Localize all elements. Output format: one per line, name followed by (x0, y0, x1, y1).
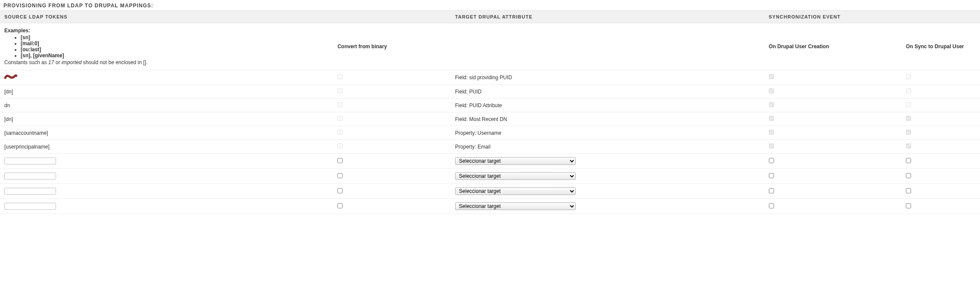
convert-binary-checkbox (337, 88, 343, 93)
table-row: [dn]Field: Most Recent DN (0, 112, 980, 126)
convert-binary-checkbox[interactable] (337, 158, 343, 163)
target-attribute-text: Field: Most Recent DN (451, 112, 765, 126)
header-target: TARGET DRUPAL ATTRIBUTE (451, 11, 765, 23)
target-attribute-text: Field: PUID Attribute (451, 99, 765, 112)
on-sync-checkbox (906, 143, 911, 149)
source-token-input[interactable] (4, 203, 56, 210)
table-row: [dn]Field: PUID (0, 85, 980, 99)
examples-title: Examples: (4, 28, 329, 34)
on-sync-checkbox (906, 116, 911, 121)
example-item: [sn], [givenName] (21, 53, 329, 59)
convert-binary-checkbox (337, 74, 343, 79)
table-row: [userprincipalname]Property: Email (0, 140, 980, 154)
header-binary-spacer (333, 11, 451, 23)
subheader-on-creation: On Drupal User Creation (765, 23, 902, 70)
section-title: PROVISIONING FROM LDAP TO DRUPAL MAPPING… (0, 0, 980, 10)
example-item: [mail:0] (21, 40, 329, 46)
table-row: Seleccionar target (0, 154, 980, 169)
table-row: dnField: PUID Attribute (0, 99, 980, 112)
examples-footnote: Constants such as 17 or imported should … (4, 59, 329, 65)
examples-list: [sn] [mail:0] [ou:last] [sn], [givenName… (21, 34, 329, 59)
on-creation-checkbox (769, 102, 774, 107)
source-token-text: [dn] (0, 112, 333, 126)
header-source: SOURCE LDAP TOKENS (0, 11, 333, 23)
header-row: SOURCE LDAP TOKENS TARGET DRUPAL ATTRIBU… (0, 11, 980, 23)
source-token-text: [samaccountname] (0, 126, 333, 140)
table-row: Seleccionar target (0, 199, 980, 214)
target-attribute-select[interactable]: Seleccionar target (455, 202, 576, 210)
subheader-row: Examples: [sn] [mail:0] [ou:last] [sn], … (0, 23, 980, 70)
source-token-text: dn (0, 99, 333, 112)
on-creation-checkbox (769, 130, 774, 135)
target-attribute-select[interactable]: Seleccionar target (455, 187, 576, 195)
convert-binary-checkbox (337, 116, 343, 121)
example-item: [ou:last] (21, 46, 329, 53)
example-item: [sn] (21, 34, 329, 40)
on-sync-checkbox (906, 130, 911, 135)
on-creation-checkbox (769, 116, 774, 121)
mappings-table: SOURCE LDAP TOKENS TARGET DRUPAL ATTRIBU… (0, 10, 980, 214)
target-attribute-text: Field: sid providing PUID (451, 70, 765, 85)
convert-binary-checkbox (337, 143, 343, 149)
on-creation-checkbox (769, 143, 774, 149)
on-creation-checkbox[interactable] (769, 158, 774, 163)
target-attribute-select[interactable]: Seleccionar target (455, 157, 576, 165)
header-sync-event: SYNCHRONIZATION EVENT (765, 11, 980, 23)
on-creation-checkbox (769, 74, 774, 79)
on-sync-checkbox (906, 74, 911, 79)
on-sync-checkbox (906, 88, 911, 93)
source-token-input[interactable] (4, 158, 56, 164)
convert-binary-checkbox (337, 102, 343, 107)
target-attribute-text: Property: Username (451, 126, 765, 140)
on-creation-checkbox[interactable] (769, 188, 774, 193)
source-token-input[interactable] (4, 188, 56, 195)
source-token-text: [userprincipalname] (0, 140, 333, 154)
convert-binary-checkbox[interactable] (337, 203, 343, 208)
worm-icon (4, 74, 17, 80)
target-attribute-select[interactable]: Seleccionar target (455, 172, 576, 180)
subheader-convert-binary: Convert from binary (333, 23, 451, 70)
table-row: Seleccionar target (0, 169, 980, 184)
on-creation-checkbox[interactable] (769, 203, 774, 208)
table-row: Field: sid providing PUID (0, 70, 980, 85)
on-sync-checkbox[interactable] (906, 188, 911, 193)
subheader-target-spacer (451, 23, 765, 70)
on-creation-checkbox (769, 88, 774, 93)
target-attribute-text: Field: PUID (451, 85, 765, 99)
subheader-on-sync: On Sync to Drupal User (902, 23, 980, 70)
table-row: Seleccionar target (0, 184, 980, 199)
on-sync-checkbox[interactable] (906, 158, 911, 163)
on-sync-checkbox[interactable] (906, 203, 911, 208)
source-token-text: [dn] (0, 85, 333, 99)
examples-cell: Examples: [sn] [mail:0] [ou:last] [sn], … (0, 23, 333, 70)
convert-binary-checkbox[interactable] (337, 188, 343, 193)
convert-binary-checkbox[interactable] (337, 173, 343, 178)
on-creation-checkbox[interactable] (769, 173, 774, 178)
target-attribute-text: Property: Email (451, 140, 765, 154)
source-token-input[interactable] (4, 173, 56, 180)
on-sync-checkbox[interactable] (906, 173, 911, 178)
table-row: [samaccountname]Property: Username (0, 126, 980, 140)
on-sync-checkbox (906, 102, 911, 107)
convert-binary-checkbox (337, 130, 343, 135)
